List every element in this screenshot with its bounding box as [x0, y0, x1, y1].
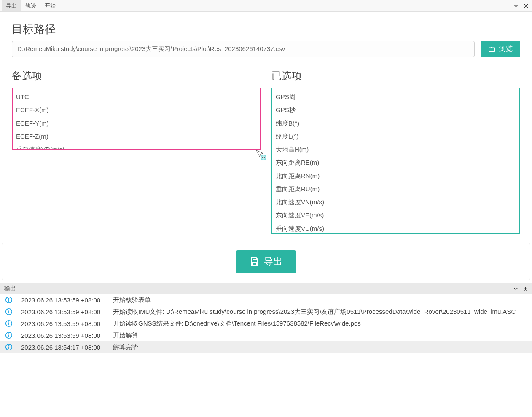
list-item[interactable]: 大地高H(m) — [272, 143, 519, 156]
available-title: 备选项 — [12, 69, 261, 83]
close-icon[interactable] — [524, 3, 529, 8]
list-item[interactable]: GPS秒 — [272, 103, 519, 116]
svg-rect-11 — [8, 335, 9, 337]
selected-list[interactable]: GPS周GPS秒纬度B(°)经度L(°)大地高H(m)东向距离RE(m)北向距离… — [271, 88, 520, 234]
list-item[interactable]: 东向速度VE(m/s) — [272, 208, 519, 222]
svg-point-4 — [8, 310, 9, 310]
menu-item[interactable]: 轨迹 — [21, 0, 40, 11]
menu-item[interactable]: 开始 — [40, 0, 60, 11]
log-row[interactable]: 2023.06.26 13:53:59 +08:00开始读取IMU文件: D:\… — [0, 306, 532, 318]
log-row[interactable]: 2023.06.26 13:53:59 +08:00开始解算 — [0, 329, 532, 341]
list-item[interactable]: UTC — [13, 90, 260, 103]
log-row[interactable]: 2023.06.26 13:53:59 +08:00开始核验表单 — [0, 294, 532, 306]
log-timestamp: 2023.06.26 13:53:59 +08:00 — [21, 320, 105, 327]
list-item[interactable]: ECEF-X(m) — [13, 103, 260, 116]
pin-icon[interactable] — [523, 286, 528, 291]
list-item[interactable]: 东向距离RE(m) — [272, 156, 519, 169]
main-area: 目标路径 浏览 备选项 UTCECEF-X(m)ECEF-Y(m)ECEF-Z(… — [0, 12, 532, 237]
save-icon — [250, 257, 260, 267]
info-icon — [4, 342, 13, 352]
output-log[interactable]: 2023.06.26 13:53:59 +08:00开始核验表单2023.06.… — [0, 294, 532, 417]
menu-item[interactable]: 导出 — [2, 0, 21, 11]
selected-title: 已选项 — [271, 69, 520, 83]
menubar: 导出轨迹开始 — [0, 0, 532, 12]
log-message: 开始读取IMU文件: D:\RemeaMiku study\course in … — [113, 308, 528, 316]
svg-rect-2 — [8, 299, 9, 302]
info-icon — [4, 307, 13, 316]
browse-label: 浏览 — [499, 45, 513, 53]
log-timestamp: 2023.06.26 13:54:17 +08:00 — [21, 344, 105, 351]
export-section: 导出 — [2, 243, 530, 280]
svg-point-7 — [8, 321, 9, 322]
svg-rect-5 — [8, 311, 9, 313]
info-icon — [4, 295, 13, 305]
list-item[interactable]: 经度L(°) — [272, 130, 519, 143]
output-title: 输出 — [4, 285, 16, 292]
export-label: 导出 — [264, 255, 282, 268]
output-panel: 输出 2023.06.26 13:53:59 +08:00开始核验表单2023.… — [0, 283, 532, 417]
list-item[interactable]: 北向距离RN(m) — [272, 169, 519, 182]
log-timestamp: 2023.06.26 13:53:59 +08:00 — [21, 297, 105, 304]
log-message: 开始核验表单 — [113, 296, 528, 304]
folder-icon — [488, 45, 496, 53]
log-message: 开始读取GNSS结果文件: D:\onedrive\文档\Tencent Fil… — [113, 320, 528, 328]
log-row[interactable]: 2023.06.26 13:54:17 +08:00解算完毕 — [0, 341, 532, 353]
chevron-down-icon[interactable] — [513, 286, 518, 291]
path-section-title: 目标路径 — [12, 22, 520, 37]
log-timestamp: 2023.06.26 13:53:59 +08:00 — [21, 332, 105, 339]
list-item[interactable]: ECEF-Y(m) — [13, 117, 260, 130]
log-message: 解算完毕 — [113, 343, 528, 351]
list-item[interactable]: 北向速度VN(m/s) — [272, 195, 519, 208]
path-input[interactable] — [12, 41, 475, 57]
list-item[interactable]: 垂向速度VU(m/s) — [272, 222, 519, 234]
svg-point-1 — [8, 298, 9, 299]
list-item[interactable]: 垂向距离RU(m) — [272, 182, 519, 195]
info-icon — [4, 319, 13, 328]
window-controls — [513, 0, 529, 12]
svg-rect-8 — [8, 323, 9, 325]
svg-point-13 — [8, 345, 9, 346]
available-list[interactable]: UTCECEF-X(m)ECEF-Y(m)ECEF-Z(m)垂向速度VD(m/s… — [12, 88, 261, 150]
log-message: 开始解算 — [113, 331, 528, 339]
list-item[interactable]: 纬度B(°) — [272, 117, 519, 130]
list-item[interactable]: ECEF-Z(m) — [13, 130, 260, 143]
chevron-down-icon[interactable] — [513, 3, 519, 8]
browse-button[interactable]: 浏览 — [481, 41, 520, 57]
log-timestamp: 2023.06.26 13:53:59 +08:00 — [21, 308, 105, 315]
export-button[interactable]: 导出 — [236, 250, 296, 273]
log-row[interactable]: 2023.06.26 13:53:59 +08:00开始读取GNSS结果文件: … — [0, 318, 532, 329]
info-icon — [4, 331, 13, 340]
list-item[interactable]: 垂向速度VD(m/s) — [13, 143, 260, 150]
svg-point-10 — [8, 333, 9, 334]
list-item[interactable]: GPS周 — [272, 90, 519, 103]
svg-rect-14 — [8, 347, 9, 349]
